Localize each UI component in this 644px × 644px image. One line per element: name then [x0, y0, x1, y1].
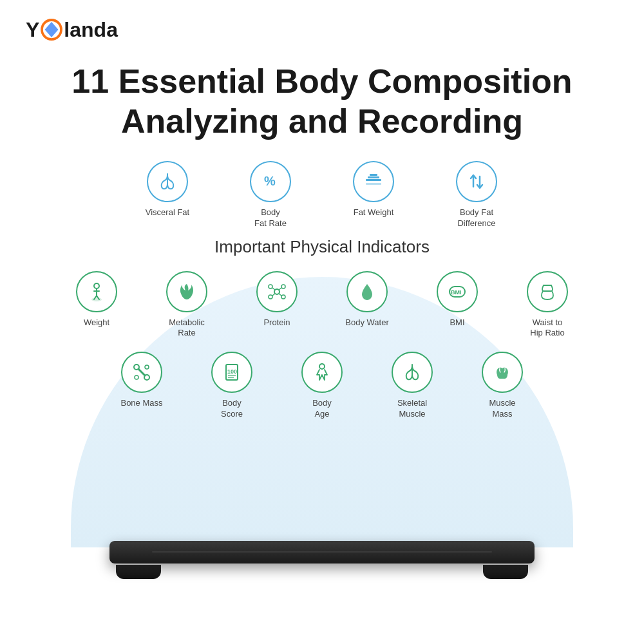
waist-hip-icon-circle — [527, 271, 568, 312]
waist-icon — [536, 280, 559, 303]
svg-rect-5 — [370, 174, 377, 176]
logo: Y landa — [26, 18, 618, 42]
list-item: Skeletal Muscle — [380, 352, 444, 420]
middle-row: Weight Metabolic Rate — [64, 271, 580, 339]
svg-point-11 — [281, 285, 285, 289]
list-item: Body Water — [335, 271, 399, 339]
svg-point-7 — [94, 283, 99, 289]
body-water-icon-circle — [346, 271, 388, 312]
body-fat-difference-label: Body Fat Difference — [457, 207, 495, 229]
list-item: Visceral Fat — [135, 161, 200, 229]
top-row: Visceral Fat % Body Fat Rate Fat Weight — [135, 148, 509, 229]
protein-label: Protein — [263, 317, 290, 328]
svg-point-10 — [269, 285, 272, 289]
weight-icon-circle — [76, 271, 117, 312]
scale-bars-icon — [362, 170, 385, 193]
svg-point-13 — [281, 295, 285, 299]
bone-icon — [130, 361, 153, 384]
list-item: Muscle Mass — [470, 352, 535, 420]
body-fat-rate-icon-circle: % — [250, 161, 291, 202]
svg-line-14 — [272, 288, 275, 290]
svg-point-9 — [274, 289, 279, 294]
scale-foot-right — [483, 565, 528, 579]
body-age-icon-circle — [301, 352, 343, 393]
body-score-label: Body Score — [221, 398, 243, 420]
list-item: Fat Weight — [341, 161, 406, 229]
percent-icon: % — [259, 170, 282, 193]
list-item: Weight — [64, 271, 129, 339]
svg-point-8 — [91, 298, 102, 301]
scorecard-icon: 100 — [220, 361, 243, 384]
svg-point-12 — [269, 295, 272, 299]
list-item: 100 Body Score — [200, 352, 264, 420]
body-score-icon-circle: 100 — [211, 352, 252, 393]
scale-feet — [97, 565, 547, 579]
svg-point-30 — [319, 364, 325, 369]
svg-line-15 — [279, 288, 281, 290]
svg-line-16 — [272, 294, 275, 296]
svg-point-25 — [135, 375, 138, 379]
person-body-icon — [310, 361, 334, 384]
svg-text:%: % — [264, 174, 276, 188]
svg-point-24 — [145, 365, 149, 369]
svg-text:BMI: BMI — [451, 289, 462, 296]
body-fat-rate-label: Body Fat Rate — [254, 207, 287, 229]
logo-icon — [40, 18, 63, 41]
svg-line-23 — [138, 369, 145, 375]
list-item: Body Age — [290, 352, 354, 420]
bone-mass-icon-circle — [121, 352, 162, 393]
list-item: % Body Fat Rate — [238, 161, 303, 229]
list-item: Bone Mass — [109, 352, 174, 420]
molecule-icon — [265, 280, 289, 303]
bone-mass-label: Bone Mass — [120, 398, 162, 409]
list-item: Protein — [245, 271, 309, 339]
fire-icon — [175, 280, 198, 303]
droplet-icon — [355, 280, 379, 303]
scale-body — [109, 541, 535, 564]
bottom-row: Bone Mass 100 Body Score Body — [109, 352, 535, 420]
arrows-updown-icon — [465, 170, 488, 193]
list-item: BMI BMI — [425, 271, 489, 339]
svg-line-17 — [279, 294, 281, 296]
person-stand-icon — [85, 280, 108, 303]
bmi-icon-circle: BMI — [437, 271, 478, 312]
bmi-label: BMI — [450, 317, 464, 328]
visceral-fat-icon-circle — [147, 161, 188, 202]
skeletal-muscle-label: Skeletal Muscle — [397, 398, 427, 420]
protein-icon-circle — [256, 271, 298, 312]
muscle-mass-label: Muscle Mass — [489, 398, 515, 420]
svg-rect-6 — [366, 183, 381, 185]
list-item: Waist to Hip Ratio — [515, 271, 580, 339]
waist-hip-label: Waist to Hip Ratio — [530, 317, 564, 339]
weight-label: Weight — [84, 317, 109, 328]
visceral-fat-label: Visceral Fat — [146, 207, 189, 218]
header: Y landa — [0, 0, 644, 42]
bmi-icon: BMI — [446, 280, 469, 303]
metabolic-rate-icon-circle — [166, 271, 207, 312]
content-area: Visceral Fat % Body Fat Rate Fat Weight — [0, 148, 644, 586]
body-fat-difference-icon-circle — [456, 161, 497, 202]
body-water-label: Body Water — [345, 317, 388, 328]
muscle-mass-icon-circle — [482, 352, 523, 393]
skeletal-muscle-icon-circle — [392, 352, 433, 393]
body-age-label: Body Age — [312, 398, 332, 420]
logo-y-letter: Y — [26, 18, 39, 42]
lungs-icon — [156, 170, 179, 193]
scale-device — [97, 541, 547, 586]
fat-weight-label: Fat Weight — [354, 207, 394, 218]
svg-rect-3 — [366, 179, 381, 181]
muscle-icon — [491, 361, 514, 384]
lungs2-icon — [401, 361, 424, 384]
list-item: Body Fat Difference — [444, 161, 509, 229]
main-title: 11 Essential Body Composition Analyzing … — [0, 42, 644, 148]
list-item: Metabolic Rate — [155, 271, 219, 339]
fat-weight-icon-circle — [353, 161, 394, 202]
scale-foot-left — [116, 565, 161, 579]
section-label: Important Physical Indicators — [214, 237, 430, 257]
metabolic-rate-label: Metabolic Rate — [169, 317, 205, 339]
svg-text:100: 100 — [227, 368, 237, 375]
logo-text-rest: landa — [64, 18, 118, 42]
svg-rect-4 — [368, 176, 379, 178]
